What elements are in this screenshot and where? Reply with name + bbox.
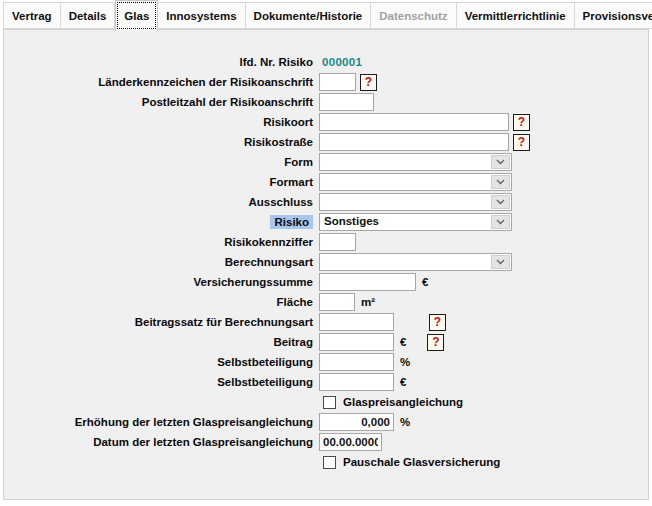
tab-label: Vertrag <box>12 10 52 22</box>
risk-number-value: 000001 <box>319 56 362 68</box>
form-row: Versicherungssumme € <box>4 272 648 292</box>
combo-value <box>320 254 490 270</box>
form-row: Ausschluss <box>4 192 648 212</box>
help-icon[interactable]: ? <box>513 114 530 131</box>
form-row: Risikostraße ? <box>4 132 648 152</box>
help-icon[interactable]: ? <box>360 74 377 91</box>
tab-label: Innosystems <box>166 10 236 22</box>
field-label: Beitragssatz für Berechnungsart <box>4 316 319 328</box>
form-select[interactable] <box>319 153 512 171</box>
field-label: Risikoort <box>4 116 319 128</box>
risikoort-input[interactable] <box>319 113 509 131</box>
datum-input[interactable] <box>319 433 382 451</box>
field-label: Selbstbeteiligung <box>4 376 319 388</box>
versicherungssumme-input[interactable] <box>319 273 416 291</box>
tab-bar: Vertrag Details Glas Innosystems Dokumen… <box>3 2 652 29</box>
combo-value <box>320 194 490 210</box>
tab-details[interactable]: Details <box>61 2 116 29</box>
chevron-down-icon[interactable] <box>491 175 510 189</box>
combo-value <box>320 174 490 190</box>
chevron-down-icon[interactable] <box>491 255 510 269</box>
tab-dokumente-historie[interactable]: Dokumente/Historie <box>246 2 372 29</box>
risiko-select[interactable]: Sonstiges <box>319 213 512 231</box>
form-row: Fläche m² <box>4 292 648 312</box>
berechnungsart-select[interactable] <box>319 253 512 271</box>
tab-label: Provisionsverteilung <box>583 10 652 22</box>
unit-percent: % <box>400 356 410 368</box>
unit-percent: % <box>400 416 410 428</box>
combo-value <box>320 154 490 170</box>
field-label: Risikostraße <box>4 136 319 148</box>
field-label: Versicherungssumme <box>4 276 319 288</box>
form-row: Form <box>4 152 648 172</box>
unit-euro: € <box>400 376 406 388</box>
checkbox-label: Pauschale Glasversicherung <box>343 456 500 468</box>
form-row: Risiko Sonstiges <box>4 212 648 232</box>
form-row: Selbstbeteiligung % <box>4 352 648 372</box>
tab-provisionsverteilung[interactable]: Provisionsverteilung <box>575 2 652 29</box>
field-label: Fläche <box>4 296 319 308</box>
chevron-down-icon[interactable] <box>491 215 510 229</box>
field-label: Form <box>4 156 319 168</box>
field-label: Berechnungsart <box>4 256 319 268</box>
flaeche-input[interactable] <box>319 293 355 311</box>
tab-label: Datenschutz <box>379 10 447 22</box>
chevron-down-icon[interactable] <box>491 155 510 169</box>
form-row: Risikokennziffer <box>4 232 648 252</box>
unit-euro: € <box>400 336 406 348</box>
chevron-down-icon[interactable] <box>491 195 510 209</box>
glas-form: lfd. Nr. Risiko 000001 Länderkennzeichen… <box>4 52 648 472</box>
risiko-highlighted-label: Risiko <box>270 215 313 229</box>
selbstbeteiligung-euro-input[interactable] <box>319 373 394 391</box>
field-label: Postleitzahl der Risikoanschrift <box>4 96 319 108</box>
field-label: lfd. Nr. Risiko <box>4 56 319 68</box>
glas-form-window: Vertrag Details Glas Innosystems Dokumen… <box>0 0 652 506</box>
risikostrasse-input[interactable] <box>319 133 509 151</box>
field-label: Formart <box>4 176 319 188</box>
unit-euro: € <box>422 276 428 288</box>
form-panel: lfd. Nr. Risiko 000001 Länderkennzeichen… <box>3 29 649 500</box>
form-row: lfd. Nr. Risiko 000001 <box>4 52 648 72</box>
tab-label: Vermittlerrichtlinie <box>465 10 566 22</box>
tab-label: Details <box>69 10 107 22</box>
unit-square-meter: m² <box>361 296 375 308</box>
ausschluss-select[interactable] <box>319 193 512 211</box>
beitrag-input[interactable] <box>319 333 394 351</box>
form-row: Beitrag € ? <box>4 332 648 352</box>
form-row: Glaspreisangleichung <box>4 392 648 412</box>
beitragssatz-input[interactable] <box>319 313 394 331</box>
help-icon[interactable]: ? <box>427 334 444 351</box>
pauschale-glasversicherung-checkbox[interactable] <box>323 456 336 469</box>
field-label: Datum der letzten Glaspreisangleichung <box>4 436 319 448</box>
tab-vertrag[interactable]: Vertrag <box>3 2 61 29</box>
selbstbeteiligung-prozent-input[interactable] <box>319 353 394 371</box>
field-label: Risiko <box>4 216 319 228</box>
formart-select[interactable] <box>319 173 512 191</box>
glaspreisangleichung-checkbox[interactable] <box>323 396 336 409</box>
tab-vermittlerrichtlinie[interactable]: Vermittlerrichtlinie <box>457 2 575 29</box>
checkbox-label: Glaspreisangleichung <box>343 396 463 408</box>
field-label: Selbstbeteiligung <box>4 356 319 368</box>
tab-datenschutz: Datenschutz <box>371 2 456 29</box>
risikokennziffer-input[interactable] <box>319 233 356 251</box>
field-label: Ausschluss <box>4 196 319 208</box>
help-icon[interactable]: ? <box>429 314 446 331</box>
tab-glas[interactable]: Glas <box>115 0 158 31</box>
erhoehung-input[interactable] <box>319 413 394 431</box>
laenderkennzeichen-input[interactable] <box>319 73 356 91</box>
postleitzahl-input[interactable] <box>319 93 374 111</box>
help-icon[interactable]: ? <box>513 134 530 151</box>
tab-label: Dokumente/Historie <box>254 10 363 22</box>
tab-innosystems[interactable]: Innosystems <box>158 2 245 29</box>
form-row: Risikoort ? <box>4 112 648 132</box>
combo-value: Sonstiges <box>320 214 490 230</box>
form-row: Datum der letzten Glaspreisangleichung <box>4 432 648 452</box>
form-row: Länderkennzeichen der Risikoanschrift ? <box>4 72 648 92</box>
form-row: Beitragssatz für Berechnungsart ? <box>4 312 648 332</box>
field-label: Erhöhung der letzten Glaspreisangleichun… <box>4 416 319 428</box>
field-label: Beitrag <box>4 336 319 348</box>
form-row: Berechnungsart <box>4 252 648 272</box>
form-row: Postleitzahl der Risikoanschrift <box>4 92 648 112</box>
form-row: Formart <box>4 172 648 192</box>
form-row: Erhöhung der letzten Glaspreisangleichun… <box>4 412 648 432</box>
